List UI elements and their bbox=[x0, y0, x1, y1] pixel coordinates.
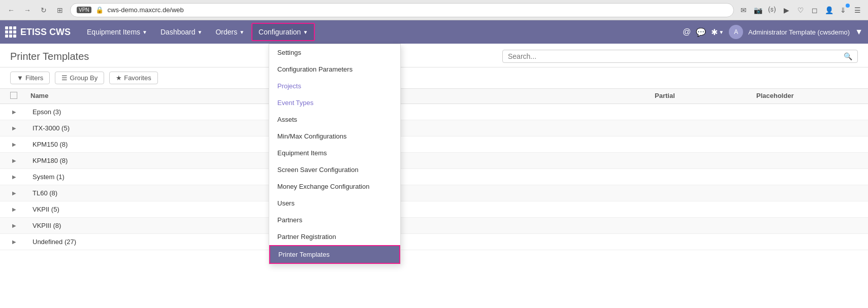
forward-button[interactable]: → bbox=[21, 4, 34, 16]
url-text: cws-demo.maxcrc.de/web bbox=[108, 6, 184, 14]
reload-button[interactable]: ↻ bbox=[38, 4, 50, 16]
menu-item-equipment-items[interactable]: Equipment Items bbox=[269, 145, 400, 161]
camera-icon[interactable]: 📷 bbox=[752, 5, 763, 16]
at-icon[interactable]: @ bbox=[683, 27, 691, 37]
menu-item-screen-saver[interactable]: Screen Saver Configuration bbox=[269, 161, 400, 178]
browser-toolbar: ✉ 📷 ⒮ ▶ ♡ ◻ 👤 ⇓ ☰ bbox=[738, 5, 863, 16]
circle-icon[interactable]: ⒮ bbox=[766, 5, 778, 16]
box-icon[interactable]: ◻ bbox=[809, 5, 820, 16]
admin-label: Administrator Template (cwsdemo) bbox=[748, 28, 850, 36]
chevron-down-icon: ▼ bbox=[239, 29, 244, 35]
menu-item-minmax[interactable]: Min/Max Configurations bbox=[269, 128, 400, 145]
grid-button[interactable]: ⊞ bbox=[54, 4, 66, 16]
back-button[interactable]: ← bbox=[5, 4, 17, 16]
avatar[interactable]: A bbox=[729, 25, 743, 39]
download-icon[interactable]: ⇓ bbox=[838, 5, 849, 16]
grid-icon bbox=[5, 26, 16, 38]
navbar: ETISS CWS Equipment Items ▼ Dashboard ▼ … bbox=[0, 20, 868, 44]
lock-icon: 🔒 bbox=[95, 6, 104, 14]
vpn-badge: VPN bbox=[77, 7, 91, 13]
nav-orders[interactable]: Orders ▼ bbox=[209, 24, 250, 40]
menu-item-printer-templates[interactable]: Printer Templates bbox=[269, 245, 400, 264]
app-logo: ETISS CWS bbox=[5, 26, 71, 38]
menu-icon[interactable]: ☰ bbox=[852, 5, 863, 16]
asterisk-icon[interactable]: ✱▼ bbox=[711, 27, 724, 37]
bookmark-icon[interactable]: ✉ bbox=[738, 5, 749, 16]
dropdown-overlay: Settings Configuration Parameters Projec… bbox=[0, 44, 868, 308]
url-bar[interactable]: VPN 🔒 cws-demo.maxcrc.de/web bbox=[70, 3, 734, 17]
chevron-down-icon[interactable]: ▼ bbox=[855, 27, 863, 37]
menu-item-users[interactable]: Users bbox=[269, 195, 400, 212]
content-area: Printer Templates 🔍 ▼ Filters ☰ Group By… bbox=[0, 44, 868, 308]
menu-item-event-types[interactable]: Event Types bbox=[269, 94, 400, 111]
heart-icon[interactable]: ♡ bbox=[795, 5, 806, 16]
configuration-dropdown: Settings Configuration Parameters Projec… bbox=[269, 44, 401, 264]
menu-item-money-exchange[interactable]: Money Exchange Configuration bbox=[269, 178, 400, 195]
chevron-down-icon: ▼ bbox=[303, 29, 308, 35]
nav-configuration[interactable]: Configuration ▼ bbox=[251, 23, 315, 41]
menu-item-configuration-parameters[interactable]: Configuration Parameters bbox=[269, 61, 400, 78]
nav-menu: Equipment Items ▼ Dashboard ▼ Orders ▼ C… bbox=[81, 23, 315, 41]
browser-bar: ← → ↻ ⊞ VPN 🔒 cws-demo.maxcrc.de/web ✉ 📷… bbox=[0, 0, 868, 20]
play-icon[interactable]: ▶ bbox=[781, 5, 792, 16]
menu-item-settings[interactable]: Settings bbox=[269, 44, 400, 61]
menu-item-partner-registration[interactable]: Partner Registration bbox=[269, 228, 400, 245]
app-title: ETISS CWS bbox=[20, 27, 71, 38]
navbar-right: @ 💬 ✱▼ A Administrator Template (cwsdemo… bbox=[683, 25, 863, 39]
nav-dashboard[interactable]: Dashboard ▼ bbox=[154, 24, 208, 40]
menu-item-assets[interactable]: Assets bbox=[269, 111, 400, 128]
chat-icon[interactable]: 💬 bbox=[696, 27, 706, 37]
nav-equipment-items[interactable]: Equipment Items ▼ bbox=[81, 24, 153, 40]
user-icon[interactable]: 👤 bbox=[823, 5, 834, 16]
menu-item-partners[interactable]: Partners bbox=[269, 212, 400, 228]
chevron-down-icon: ▼ bbox=[197, 29, 202, 35]
menu-item-projects[interactable]: Projects bbox=[269, 78, 400, 94]
chevron-down-icon: ▼ bbox=[142, 29, 147, 35]
